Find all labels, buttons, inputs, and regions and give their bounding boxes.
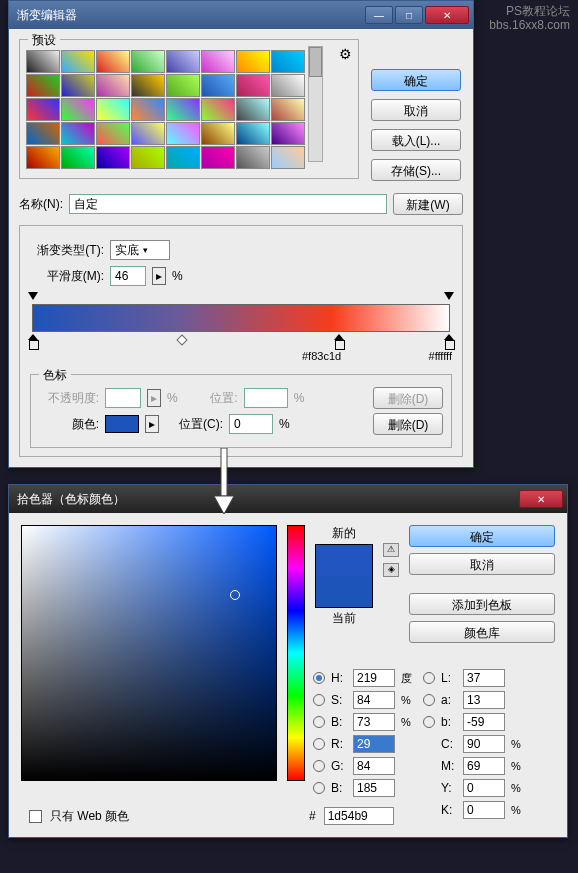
location-input[interactable] [229,414,273,434]
hex-input[interactable] [324,807,394,825]
radio-a[interactable] [423,694,435,706]
color-dropdown[interactable]: ▸ [145,415,159,433]
preset-swatch[interactable] [61,50,95,73]
name-input[interactable] [69,194,387,214]
preset-swatch[interactable] [271,98,305,121]
cancel-button[interactable]: 取消 [371,99,461,121]
preset-swatch[interactable] [131,74,165,97]
preset-swatch[interactable] [131,122,165,145]
bb-input[interactable] [353,779,395,797]
b-input[interactable] [463,713,505,731]
preset-swatch[interactable] [271,146,305,169]
preset-swatch[interactable] [61,74,95,97]
gradient-bar[interactable] [30,294,452,350]
cube-icon[interactable]: ◈ [383,563,399,577]
new-current-swatch[interactable] [315,544,373,608]
preset-swatch[interactable] [166,146,200,169]
radio-l[interactable] [423,672,435,684]
radio-bv[interactable] [313,716,325,728]
preset-swatch[interactable] [201,50,235,73]
preset-swatch[interactable] [26,50,60,73]
preset-swatch[interactable] [236,74,270,97]
preset-swatch[interactable] [236,146,270,169]
maximize-button[interactable]: □ [395,6,423,24]
radio-b[interactable] [423,716,435,728]
color-stop-3[interactable] [444,334,454,348]
preset-swatch[interactable] [236,98,270,121]
picker-titlebar[interactable]: 拾色器（色标颜色） ✕ [9,485,567,513]
preset-swatch[interactable] [26,74,60,97]
preset-swatch[interactable] [26,122,60,145]
web-only-checkbox[interactable] [29,810,42,823]
preset-swatch[interactable] [61,98,95,121]
smoothness-dropdown[interactable]: ▸ [152,267,166,285]
delete-color-button[interactable]: 删除(D) [373,413,443,435]
save-button[interactable]: 存储(S)... [371,159,461,181]
preset-swatch[interactable] [236,122,270,145]
preset-swatch[interactable] [26,98,60,121]
preset-swatch[interactable] [201,122,235,145]
s-input[interactable] [353,691,395,709]
picker-cancel-button[interactable]: 取消 [409,553,555,575]
radio-g[interactable] [313,760,325,772]
smoothness-input[interactable] [110,266,146,286]
c-input[interactable] [463,735,505,753]
warning-icon[interactable]: ⚠ [383,543,399,557]
h-input[interactable] [353,669,395,687]
radio-r[interactable] [313,738,325,750]
midpoint-1[interactable] [176,334,187,345]
preset-swatch[interactable] [166,98,200,121]
gear-icon[interactable]: ⚙ [339,46,352,62]
hue-slider[interactable] [287,525,305,781]
preset-swatch[interactable] [26,146,60,169]
color-lib-button[interactable]: 颜色库 [409,621,555,643]
add-swatch-button[interactable]: 添加到色板 [409,593,555,615]
saturation-value-box[interactable] [21,525,277,781]
minimize-button[interactable]: — [365,6,393,24]
color-stop-1[interactable] [28,334,38,348]
presets-scrollbar[interactable] [308,46,323,162]
preset-swatch[interactable] [201,74,235,97]
k-input[interactable] [463,801,505,819]
bv-input[interactable] [353,713,395,731]
preset-swatch[interactable] [96,146,130,169]
titlebar[interactable]: 渐变编辑器 — □ ✕ [9,1,473,29]
r-input[interactable] [353,735,395,753]
preset-swatch[interactable] [166,74,200,97]
preset-swatch[interactable] [201,98,235,121]
type-select[interactable]: 实底 [110,240,170,260]
close-button[interactable]: ✕ [425,6,469,24]
color-stop-2[interactable] [334,334,344,348]
preset-swatch[interactable] [271,74,305,97]
radio-h[interactable] [313,672,325,684]
l-input[interactable] [463,669,505,687]
y-input[interactable] [463,779,505,797]
preset-swatch[interactable] [166,50,200,73]
picker-close-button[interactable]: ✕ [519,490,563,508]
preset-swatch[interactable] [131,50,165,73]
preset-swatch[interactable] [271,122,305,145]
new-button[interactable]: 新建(W) [393,193,463,215]
preset-swatch[interactable] [96,98,130,121]
radio-bb[interactable] [313,782,325,794]
opacity-stop-left[interactable] [28,292,38,302]
m-input[interactable] [463,757,505,775]
g-input[interactable] [353,757,395,775]
preset-swatch[interactable] [61,146,95,169]
preset-swatch[interactable] [131,98,165,121]
radio-s[interactable] [313,694,325,706]
preset-swatch[interactable] [96,74,130,97]
opacity-stop-right[interactable] [444,292,454,302]
preset-swatch[interactable] [271,50,305,73]
preset-swatch[interactable] [96,122,130,145]
a-input[interactable] [463,691,505,709]
picker-ok-button[interactable]: 确定 [409,525,555,547]
ok-button[interactable]: 确定 [371,69,461,91]
load-button[interactable]: 载入(L)... [371,129,461,151]
preset-swatch[interactable] [236,50,270,73]
color-swatch[interactable] [105,415,139,433]
preset-swatch[interactable] [61,122,95,145]
preset-swatch[interactable] [96,50,130,73]
preset-swatch[interactable] [201,146,235,169]
sv-cursor[interactable] [230,590,240,600]
